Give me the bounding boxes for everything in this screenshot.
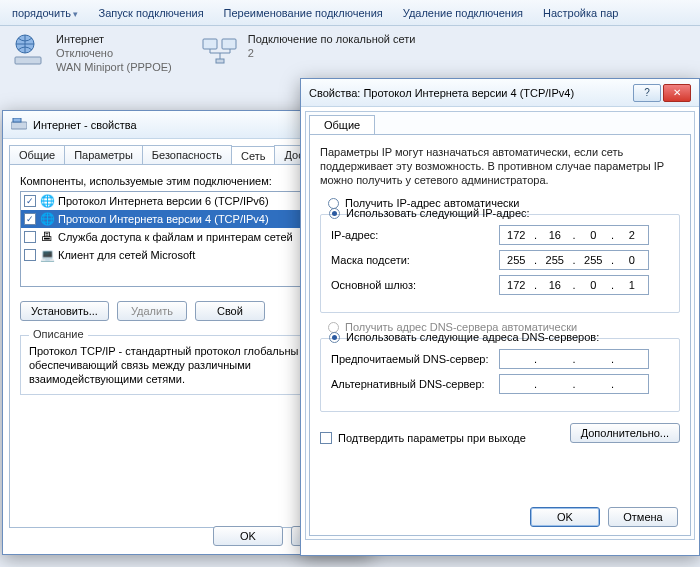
checkbox[interactable]	[24, 249, 36, 261]
octet[interactable]: 172	[502, 279, 530, 291]
menu-organize[interactable]: порядочить	[4, 7, 86, 19]
window-title: Свойства: Протокол Интернета версии 4 (T…	[309, 87, 633, 99]
menu-configure[interactable]: Настройка пар	[535, 7, 626, 19]
ipv4-properties-window: Свойства: Протокол Интернета версии 4 (T…	[300, 78, 700, 556]
ok-button[interactable]: OK	[213, 526, 283, 546]
component-properties-button[interactable]: Свой	[195, 301, 265, 321]
radio-manual-ip[interactable]: Использовать следующий IP-адрес:	[329, 207, 669, 219]
ok-button[interactable]: OK	[530, 507, 600, 527]
svg-rect-5	[11, 122, 27, 129]
client-icon: 💻	[40, 248, 54, 262]
titlebar[interactable]: Свойства: Протокол Интернета версии 4 (T…	[301, 79, 699, 107]
connection-title: Подключение по локальной сети	[248, 32, 416, 46]
svg-rect-4	[216, 59, 224, 63]
validate-on-exit[interactable]: Подтвердить параметры при выходе	[320, 432, 526, 444]
octet[interactable]: 0	[579, 229, 607, 241]
subnet-mask-field[interactable]: 255. 255. 255. 0	[499, 250, 649, 270]
connection-text: Подключение по локальной сети 2	[248, 32, 416, 60]
menu-rename-connection[interactable]: Переименование подключения	[216, 7, 391, 19]
checkbox[interactable]	[320, 432, 332, 444]
connection-title: Интернет	[56, 32, 172, 46]
svg-rect-1	[15, 57, 41, 64]
description-label: Описание	[29, 328, 88, 340]
menu-start-connection[interactable]: Запуск подключения	[90, 7, 211, 19]
octet[interactable]: 255	[541, 254, 569, 266]
octet[interactable]: 16	[541, 229, 569, 241]
modem-icon	[11, 118, 27, 132]
checkbox[interactable]: ✓	[24, 213, 36, 225]
list-item-label: Клиент для сетей Microsoft	[58, 249, 195, 261]
checkbox[interactable]: ✓	[24, 195, 36, 207]
preferred-dns-label: Предпочитаемый DNS-сервер:	[331, 353, 491, 365]
ip-address-field[interactable]: 172. 16. 0. 2	[499, 225, 649, 245]
description-text: Параметры IP могут назначаться автоматич…	[320, 145, 680, 187]
sharing-icon: 🖶	[40, 230, 54, 244]
globe-modem-icon	[10, 32, 46, 68]
octet[interactable]: 16	[541, 279, 569, 291]
radio-label: Использовать следующие адреса DNS-сервер…	[346, 331, 599, 343]
octet[interactable]: 2	[618, 229, 646, 241]
alternate-dns-field[interactable]: . . .	[499, 374, 649, 394]
install-button[interactable]: Установить...	[20, 301, 109, 321]
octet[interactable]: 255	[579, 254, 607, 266]
advanced-button[interactable]: Дополнительно...	[570, 423, 680, 443]
octet[interactable]: 255	[502, 254, 530, 266]
octet[interactable]: 0	[579, 279, 607, 291]
lan-icon	[202, 32, 238, 68]
tab-options[interactable]: Параметры	[64, 145, 143, 164]
octet[interactable]: 1	[618, 279, 646, 291]
svg-rect-6	[13, 118, 21, 122]
tab-security[interactable]: Безопасность	[142, 145, 232, 164]
svg-rect-2	[203, 39, 217, 49]
radio-icon	[329, 332, 340, 343]
ip-body: Параметры IP могут назначаться автоматич…	[309, 134, 691, 536]
list-item-label: Служба доступа к файлам и принтерам сете…	[58, 231, 293, 243]
svg-rect-3	[222, 39, 236, 49]
octet[interactable]: 172	[502, 229, 530, 241]
tab-general[interactable]: Общие	[9, 145, 65, 164]
ip-address-label: IP-адрес:	[331, 229, 491, 241]
tab-general[interactable]: Общие	[309, 115, 375, 134]
octet[interactable]: 0	[618, 254, 646, 266]
close-button[interactable]: ✕	[663, 84, 691, 102]
checkbox-label: Подтвердить параметры при выходе	[338, 432, 526, 444]
connection-device: WAN Miniport (PPPOE)	[56, 60, 172, 74]
connection-status: 2	[248, 46, 416, 60]
checkbox[interactable]	[24, 231, 36, 243]
help-button[interactable]: ?	[633, 84, 661, 102]
subnet-mask-label: Маска подсети:	[331, 254, 491, 266]
tab-network[interactable]: Сеть	[231, 146, 275, 165]
toolbar: порядочить Запуск подключения Переименов…	[0, 0, 700, 26]
radio-manual-dns[interactable]: Использовать следующие адреса DNS-сервер…	[329, 331, 669, 343]
gateway-label: Основной шлюз:	[331, 279, 491, 291]
alternate-dns-label: Альтернативный DNS-сервер:	[331, 378, 491, 390]
connection-text: Интернет Отключено WAN Miniport (PPPOE)	[56, 32, 172, 74]
gateway-field[interactable]: 172. 16. 0. 1	[499, 275, 649, 295]
manual-dns-group: Использовать следующие адреса DNS-сервер…	[320, 338, 680, 412]
radio-icon	[329, 208, 340, 219]
remove-button: Удалить	[117, 301, 187, 321]
list-item-label: Протокол Интернета версии 4 (TCP/IPv4)	[58, 213, 269, 225]
connection-internet[interactable]: Интернет Отключено WAN Miniport (PPPOE)	[10, 32, 172, 90]
cancel-button[interactable]: Отмена	[608, 507, 678, 527]
list-item-label: Протокол Интернета версии 6 (TCP/IPv6)	[58, 195, 269, 207]
manual-ip-group: Использовать следующий IP-адрес: IP-адре…	[320, 214, 680, 313]
radio-label: Использовать следующий IP-адрес:	[346, 207, 530, 219]
protocol-icon: 🌐	[40, 194, 54, 208]
connection-status: Отключено	[56, 46, 172, 60]
protocol-icon: 🌐	[40, 212, 54, 226]
preferred-dns-field[interactable]: . . .	[499, 349, 649, 369]
description-text: Протокол TCP/IP - стандартный протокол г…	[29, 344, 345, 386]
menu-delete-connection[interactable]: Удаление подключения	[395, 7, 531, 19]
